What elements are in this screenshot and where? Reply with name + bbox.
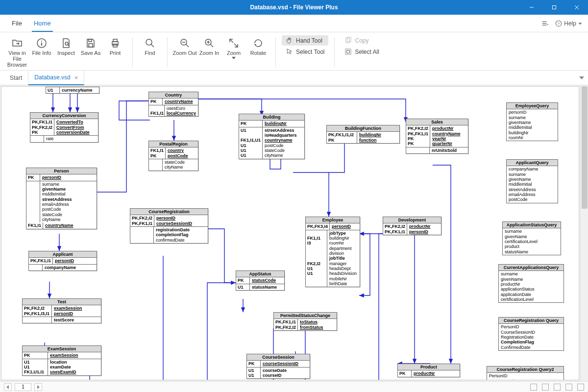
tab-close-icon[interactable]: × xyxy=(74,74,78,81)
view-mode-5[interactable] xyxy=(577,384,584,391)
print-button[interactable]: Print xyxy=(103,35,127,56)
titlebar: Database.vsd - File Viewer Plus xyxy=(0,0,588,15)
copy-button[interactable]: Copy xyxy=(341,35,383,46)
page-next-button[interactable] xyxy=(34,383,42,391)
chevron-down-icon xyxy=(232,57,236,59)
entity-country: Country PKcountryName FK1,I1usesEuroloca… xyxy=(148,92,198,117)
scroll-thumb[interactable] xyxy=(582,86,588,209)
zoom-in-button[interactable]: Zoom In xyxy=(197,35,221,56)
statusbar xyxy=(0,381,588,392)
file-info-button[interactable]: File Info xyxy=(29,35,54,56)
entity-product: Product PKproductNr xyxy=(397,364,460,377)
tab-start-label: Start xyxy=(10,74,22,81)
entity-building: Building PKbuildingNr U1 FK1,I1,U1 U1 U1… xyxy=(239,114,305,159)
document-search-icon xyxy=(60,37,72,49)
entity-permitted-status-change: PermittedStatusChange PK,FK1,I1 PK,FK2,I… xyxy=(273,312,337,331)
query-current-applications: CurrentApplicationsQuerysurname givenNam… xyxy=(498,264,564,303)
entity-building-function: BuildingFunction PK,FK1,I1,I2 PKbuilding… xyxy=(326,125,400,144)
query-employee: EmployeeQuerypersonID surname givenName … xyxy=(506,102,558,141)
page-input[interactable] xyxy=(15,383,31,391)
query-course-registration-2: CourseRegistration Query2PersonID Course… xyxy=(487,366,564,380)
window-controls xyxy=(520,0,588,15)
view-mode-2[interactable] xyxy=(542,384,549,391)
select-tool-label: Select Tool xyxy=(296,49,324,55)
tab-document-label: Database.vsd xyxy=(34,74,70,81)
entity-course-registration: CourseRegistration PK,FK2,I2 PK,FK1,I1pe… xyxy=(130,208,208,244)
svg-rect-6 xyxy=(542,24,547,25)
zoom-button[interactable]: Zoom xyxy=(221,35,246,59)
document-tabs: Start Database.vsd × xyxy=(0,71,588,85)
view-in-file-browser-button[interactable]: View in File Browser xyxy=(5,35,29,68)
entity-applicant: Applicant PK,FK1,I1personID companyName xyxy=(28,251,97,271)
svg-rect-37 xyxy=(347,50,350,53)
save-icon xyxy=(85,37,97,49)
help-button[interactable]: ? Help xyxy=(555,20,582,27)
query-application-status: ApplicationStatusQuerysurname givenName … xyxy=(502,221,561,255)
tab-document[interactable]: Database.vsd × xyxy=(28,71,84,85)
svg-line-30 xyxy=(230,39,233,43)
menu-home[interactable]: Home xyxy=(28,15,57,32)
zoom-label: Zoom xyxy=(227,50,241,56)
cursor-icon xyxy=(286,48,293,55)
svg-marker-39 xyxy=(6,385,9,389)
view-mode-icons xyxy=(530,384,584,391)
svg-rect-16 xyxy=(89,39,92,42)
select-all-button[interactable]: Select All xyxy=(341,47,383,57)
canvas-area: U1currencyName CurrencyConversion PK,FK1… xyxy=(0,85,588,381)
maximize-button[interactable] xyxy=(543,0,565,15)
query-applicant: ApplicantQuerycompanyName surname givenN… xyxy=(506,159,558,203)
svg-marker-7 xyxy=(547,24,549,25)
menubar: File Home ? Help xyxy=(0,15,588,32)
settings-icon[interactable] xyxy=(541,20,548,27)
entity-person: Person PKpersonID surnamegivenNamemiddle… xyxy=(26,168,97,229)
svg-line-29 xyxy=(210,44,213,47)
rotate-icon xyxy=(252,37,264,49)
entity-currency-conversion: CurrencyConversion PK,FK1,I1 PK,FK2,I2 P… xyxy=(30,112,98,143)
svg-point-12 xyxy=(41,41,42,42)
print-label: Print xyxy=(110,50,121,56)
hand-tool-button[interactable]: Hand Tool xyxy=(282,35,328,46)
tabs-overflow-icon[interactable] xyxy=(579,71,588,85)
view-mode-3[interactable] xyxy=(554,384,561,391)
find-button[interactable]: Find xyxy=(138,35,162,56)
tab-start[interactable]: Start xyxy=(4,71,28,85)
copy-label: Copy xyxy=(355,37,368,44)
entity-development: Development PK,FK2,I2 PK,FK1,I1productNr… xyxy=(383,217,441,235)
view-mode-1[interactable] xyxy=(530,384,537,391)
select-tool-button[interactable]: Select Tool xyxy=(282,47,328,57)
entity-exam-session: ExamSession PKexamSession U1 U1 FK1,U1,I… xyxy=(22,345,101,376)
diagram-canvas[interactable]: U1currencyName CurrencyConversion PK,FK1… xyxy=(1,86,579,380)
vertical-scrollbar[interactable] xyxy=(580,85,588,381)
zoom-out-label: Zoom Out xyxy=(173,50,197,56)
svg-rect-4 xyxy=(542,21,547,22)
select-all-label: Select All xyxy=(355,49,379,55)
svg-marker-38 xyxy=(579,76,584,79)
entity-employee: Employee PK,FK3,I4personID FK1,I1 I3 FK2… xyxy=(305,217,360,287)
svg-rect-5 xyxy=(542,23,547,24)
svg-rect-19 xyxy=(113,39,117,42)
menu-file[interactable]: File xyxy=(6,15,28,32)
info-icon xyxy=(36,37,48,49)
svg-marker-10 xyxy=(579,23,582,24)
svg-marker-40 xyxy=(37,385,40,389)
entity-app-status: AppStatus PKstatusCode U1statusName xyxy=(236,270,285,291)
save-as-button[interactable]: Save As xyxy=(78,35,103,56)
copy-icon xyxy=(344,37,352,44)
inspect-button[interactable]: Inspect xyxy=(54,35,78,56)
svg-line-31 xyxy=(234,44,238,47)
view-in-file-browser-label: View in File Browser xyxy=(5,50,29,68)
save-as-label: Save As xyxy=(81,50,100,56)
close-button[interactable] xyxy=(565,0,588,15)
file-info-label: File Info xyxy=(32,50,51,56)
query-course-registration: CourseRegistration QueryPersonIDCourseSe… xyxy=(498,317,564,351)
svg-rect-17 xyxy=(89,44,93,47)
search-icon xyxy=(144,37,156,49)
find-label: Find xyxy=(145,50,155,56)
pager xyxy=(4,383,42,391)
zoom-out-button[interactable]: Zoom Out xyxy=(172,35,197,56)
page-prev-button[interactable] xyxy=(4,383,12,391)
rotate-button[interactable]: Rotate xyxy=(246,35,270,56)
view-mode-4[interactable] xyxy=(565,384,572,391)
rotate-label: Rotate xyxy=(250,50,266,56)
minimize-button[interactable] xyxy=(520,0,543,15)
